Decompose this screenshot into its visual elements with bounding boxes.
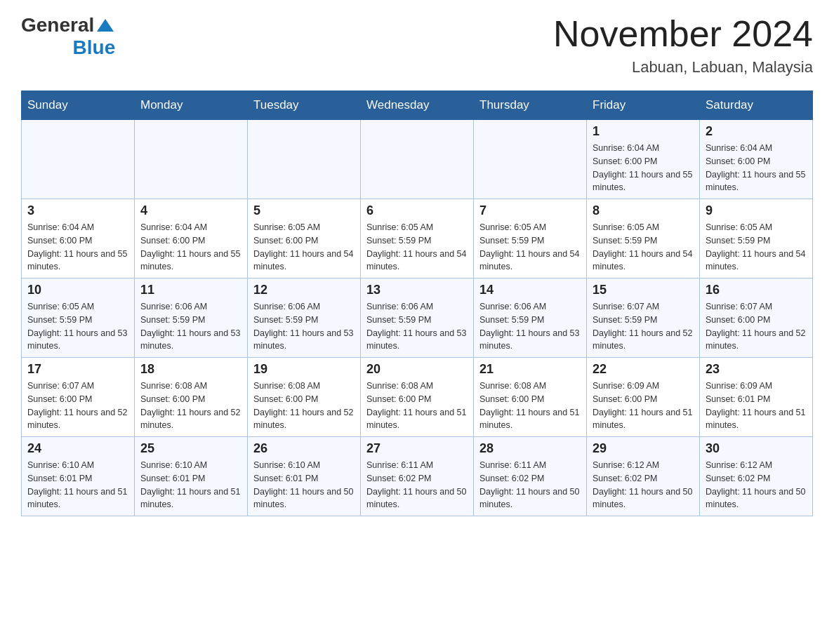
day-info: Sunrise: 6:09 AM Sunset: 6:01 PM Dayligh… xyxy=(706,380,807,432)
day-number: 10 xyxy=(27,283,128,297)
day-number: 20 xyxy=(366,362,468,377)
day-number: 4 xyxy=(140,203,241,218)
day-number: 19 xyxy=(253,362,355,377)
logo: General Blue xyxy=(21,14,115,59)
day-info: Sunrise: 6:05 AM Sunset: 5:59 PM Dayligh… xyxy=(479,221,581,274)
day-info: Sunrise: 6:06 AM Sunset: 5:59 PM Dayligh… xyxy=(253,300,355,353)
calendar-cell: 25Sunrise: 6:10 AM Sunset: 6:01 PM Dayli… xyxy=(135,437,248,516)
day-info: Sunrise: 6:10 AM Sunset: 6:01 PM Dayligh… xyxy=(253,459,355,511)
day-info: Sunrise: 6:07 AM Sunset: 6:00 PM Dayligh… xyxy=(27,380,128,432)
calendar-cell: 1Sunrise: 6:04 AM Sunset: 6:00 PM Daylig… xyxy=(587,120,700,199)
calendar-cell: 22Sunrise: 6:09 AM Sunset: 6:00 PM Dayli… xyxy=(587,358,700,437)
weekday-header-monday: Monday xyxy=(135,91,248,120)
day-number: 28 xyxy=(479,441,581,456)
day-number: 3 xyxy=(27,203,128,218)
day-number: 8 xyxy=(593,203,694,218)
calendar-cell xyxy=(361,120,474,199)
day-info: Sunrise: 6:06 AM Sunset: 5:59 PM Dayligh… xyxy=(479,300,581,353)
calendar-cell: 13Sunrise: 6:06 AM Sunset: 5:59 PM Dayli… xyxy=(361,279,474,358)
day-info: Sunrise: 6:12 AM Sunset: 6:02 PM Dayligh… xyxy=(593,459,694,511)
day-info: Sunrise: 6:06 AM Sunset: 5:59 PM Dayligh… xyxy=(366,300,468,353)
day-number: 26 xyxy=(253,441,355,456)
calendar-table: SundayMondayTuesdayWednesdayThursdayFrid… xyxy=(21,90,813,516)
day-info: Sunrise: 6:08 AM Sunset: 6:00 PM Dayligh… xyxy=(140,380,241,432)
day-info: Sunrise: 6:08 AM Sunset: 6:00 PM Dayligh… xyxy=(366,380,468,432)
calendar-cell: 8Sunrise: 6:05 AM Sunset: 5:59 PM Daylig… xyxy=(587,199,700,279)
location-text: Labuan, Labuan, Malaysia xyxy=(553,58,813,76)
calendar-cell: 7Sunrise: 6:05 AM Sunset: 5:59 PM Daylig… xyxy=(474,199,587,279)
day-info: Sunrise: 6:09 AM Sunset: 6:00 PM Dayligh… xyxy=(593,380,694,432)
title-area: November 2024 Labuan, Labuan, Malaysia xyxy=(553,14,813,76)
day-info: Sunrise: 6:04 AM Sunset: 6:00 PM Dayligh… xyxy=(140,221,241,274)
day-number: 25 xyxy=(140,441,241,456)
day-info: Sunrise: 6:12 AM Sunset: 6:02 PM Dayligh… xyxy=(706,459,807,511)
calendar-cell: 9Sunrise: 6:05 AM Sunset: 5:59 PM Daylig… xyxy=(700,199,813,279)
day-info: Sunrise: 6:04 AM Sunset: 6:00 PM Dayligh… xyxy=(593,142,694,194)
day-info: Sunrise: 6:05 AM Sunset: 5:59 PM Dayligh… xyxy=(27,300,128,353)
calendar-cell: 26Sunrise: 6:10 AM Sunset: 6:01 PM Dayli… xyxy=(248,437,361,516)
calendar-cell: 3Sunrise: 6:04 AM Sunset: 6:00 PM Daylig… xyxy=(22,199,135,279)
weekday-header-thursday: Thursday xyxy=(474,91,587,120)
calendar-cell: 6Sunrise: 6:05 AM Sunset: 5:59 PM Daylig… xyxy=(361,199,474,279)
calendar-cell: 15Sunrise: 6:07 AM Sunset: 5:59 PM Dayli… xyxy=(587,279,700,358)
calendar-cell: 10Sunrise: 6:05 AM Sunset: 5:59 PM Dayli… xyxy=(22,279,135,358)
month-title: November 2024 xyxy=(553,14,813,54)
day-info: Sunrise: 6:10 AM Sunset: 6:01 PM Dayligh… xyxy=(140,459,241,511)
calendar-cell: 23Sunrise: 6:09 AM Sunset: 6:01 PM Dayli… xyxy=(700,358,813,437)
day-number: 15 xyxy=(593,283,694,297)
day-info: Sunrise: 6:08 AM Sunset: 6:00 PM Dayligh… xyxy=(253,380,355,432)
calendar-cell: 19Sunrise: 6:08 AM Sunset: 6:00 PM Dayli… xyxy=(248,358,361,437)
day-info: Sunrise: 6:05 AM Sunset: 5:59 PM Dayligh… xyxy=(706,221,807,274)
calendar-cell: 17Sunrise: 6:07 AM Sunset: 6:00 PM Dayli… xyxy=(22,358,135,437)
day-info: Sunrise: 6:07 AM Sunset: 5:59 PM Dayligh… xyxy=(593,300,694,353)
calendar-cell xyxy=(474,120,587,199)
weekday-header-sunday: Sunday xyxy=(22,91,135,120)
day-info: Sunrise: 6:10 AM Sunset: 6:01 PM Dayligh… xyxy=(27,459,128,511)
calendar-cell: 24Sunrise: 6:10 AM Sunset: 6:01 PM Dayli… xyxy=(22,437,135,516)
calendar-cell: 14Sunrise: 6:06 AM Sunset: 5:59 PM Dayli… xyxy=(474,279,587,358)
day-number: 16 xyxy=(706,283,807,297)
day-info: Sunrise: 6:05 AM Sunset: 6:00 PM Dayligh… xyxy=(253,221,355,274)
calendar-week-2: 3Sunrise: 6:04 AM Sunset: 6:00 PM Daylig… xyxy=(22,199,813,279)
calendar-cell: 21Sunrise: 6:08 AM Sunset: 6:00 PM Dayli… xyxy=(474,358,587,437)
day-number: 14 xyxy=(479,283,581,297)
day-number: 24 xyxy=(27,441,128,456)
weekday-header-friday: Friday xyxy=(587,91,700,120)
calendar-week-5: 24Sunrise: 6:10 AM Sunset: 6:01 PM Dayli… xyxy=(22,437,813,516)
day-info: Sunrise: 6:04 AM Sunset: 6:00 PM Dayligh… xyxy=(27,221,128,274)
logo-blue-text: Blue xyxy=(73,36,116,59)
day-info: Sunrise: 6:07 AM Sunset: 6:00 PM Dayligh… xyxy=(706,300,807,353)
calendar-cell: 20Sunrise: 6:08 AM Sunset: 6:00 PM Dayli… xyxy=(361,358,474,437)
calendar-cell: 16Sunrise: 6:07 AM Sunset: 6:00 PM Dayli… xyxy=(700,279,813,358)
day-info: Sunrise: 6:08 AM Sunset: 6:00 PM Dayligh… xyxy=(479,380,581,432)
calendar-cell xyxy=(22,120,135,199)
calendar-cell: 28Sunrise: 6:11 AM Sunset: 6:02 PM Dayli… xyxy=(474,437,587,516)
day-info: Sunrise: 6:05 AM Sunset: 5:59 PM Dayligh… xyxy=(366,221,468,274)
day-info: Sunrise: 6:04 AM Sunset: 6:00 PM Dayligh… xyxy=(706,142,807,194)
calendar-cell: 27Sunrise: 6:11 AM Sunset: 6:02 PM Dayli… xyxy=(361,437,474,516)
calendar-week-1: 1Sunrise: 6:04 AM Sunset: 6:00 PM Daylig… xyxy=(22,120,813,199)
calendar-week-3: 10Sunrise: 6:05 AM Sunset: 5:59 PM Dayli… xyxy=(22,279,813,358)
day-number: 21 xyxy=(479,362,581,377)
day-number: 5 xyxy=(253,203,355,218)
calendar-week-4: 17Sunrise: 6:07 AM Sunset: 6:00 PM Dayli… xyxy=(22,358,813,437)
day-info: Sunrise: 6:11 AM Sunset: 6:02 PM Dayligh… xyxy=(366,459,468,511)
calendar-cell: 5Sunrise: 6:05 AM Sunset: 6:00 PM Daylig… xyxy=(248,199,361,279)
calendar-header: SundayMondayTuesdayWednesdayThursdayFrid… xyxy=(22,91,813,120)
day-info: Sunrise: 6:05 AM Sunset: 5:59 PM Dayligh… xyxy=(593,221,694,274)
day-number: 12 xyxy=(253,283,355,297)
day-number: 30 xyxy=(706,441,807,456)
weekday-header-tuesday: Tuesday xyxy=(248,91,361,120)
calendar-cell: 11Sunrise: 6:06 AM Sunset: 5:59 PM Dayli… xyxy=(135,279,248,358)
logo-general-text: General xyxy=(21,14,94,36)
day-number: 18 xyxy=(140,362,241,377)
day-number: 11 xyxy=(140,283,241,297)
day-number: 6 xyxy=(366,203,468,218)
calendar-cell: 4Sunrise: 6:04 AM Sunset: 6:00 PM Daylig… xyxy=(135,199,248,279)
calendar-cell: 12Sunrise: 6:06 AM Sunset: 5:59 PM Dayli… xyxy=(248,279,361,358)
svg-marker-0 xyxy=(97,19,114,32)
calendar-cell: 2Sunrise: 6:04 AM Sunset: 6:00 PM Daylig… xyxy=(700,120,813,199)
day-number: 7 xyxy=(479,203,581,218)
logo-triangle-icon xyxy=(95,16,115,36)
day-number: 9 xyxy=(706,203,807,218)
